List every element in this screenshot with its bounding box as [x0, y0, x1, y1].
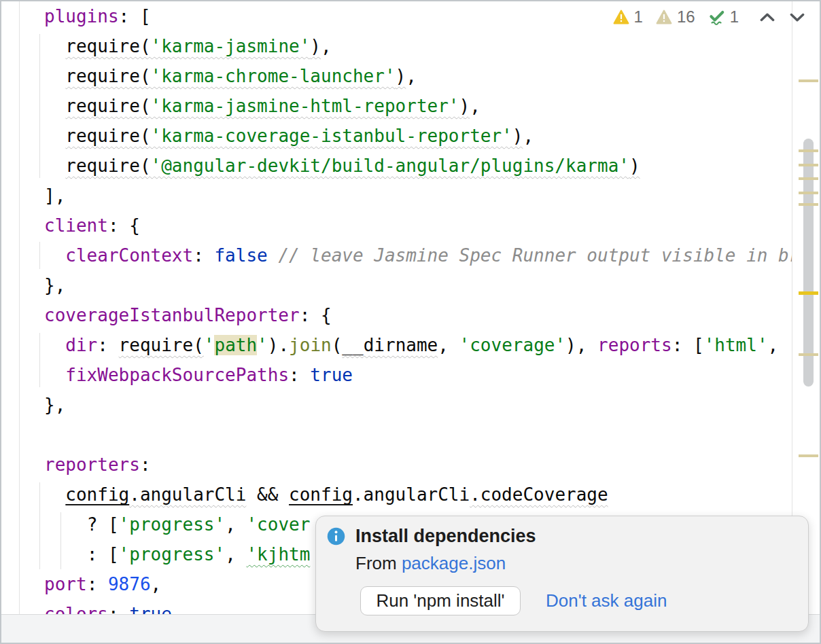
- popup-title: Install dependencies: [355, 526, 536, 547]
- code-line[interactable]: clearContext: false // leave Jasmine Spe…: [44, 240, 792, 270]
- code-line[interactable]: require('@angular-devkit/build-angular/p…: [44, 151, 792, 181]
- stripe-mark-tan[interactable]: [799, 149, 818, 152]
- stripe-mark-tan[interactable]: [799, 203, 818, 206]
- code-line[interactable]: ],: [44, 181, 792, 211]
- warning-icon: [613, 10, 629, 24]
- code-line[interactable]: require('karma-chrome-launcher'),: [44, 61, 792, 91]
- weak-warning-count: 16: [677, 7, 695, 26]
- weak-warning-icon: [656, 10, 672, 24]
- indent-guide: [39, 333, 40, 387]
- code-line[interactable]: [44, 420, 792, 450]
- inspections-ok-icon: [708, 9, 725, 26]
- code-line[interactable]: reporters:: [44, 450, 792, 480]
- previous-problem-button[interactable]: [756, 7, 779, 26]
- popup-from-text: From: [355, 553, 397, 573]
- inspections-ok-indicator[interactable]: 1: [708, 7, 739, 26]
- warning-count: 1: [634, 7, 643, 26]
- indent-guide: [39, 482, 40, 569]
- code-line[interactable]: require('karma-coverage-istanbul-reporte…: [44, 121, 792, 151]
- stripe-mark-tan[interactable]: [799, 79, 818, 82]
- info-icon: [327, 527, 345, 545]
- inspections-ok-count: 1: [730, 7, 739, 26]
- run-npm-install-button[interactable]: Run 'npm install': [360, 586, 521, 615]
- code-line[interactable]: client: {: [44, 211, 792, 240]
- stripe-mark-tan[interactable]: [799, 177, 818, 180]
- code-line[interactable]: },: [44, 390, 792, 420]
- indent-guide: [39, 34, 40, 178]
- code-line[interactable]: require('karma-jasmine'),: [44, 31, 792, 61]
- popup-subtitle: From package.json: [355, 553, 506, 574]
- stripe-mark-tan[interactable]: [799, 353, 818, 356]
- stripe-mark-tan[interactable]: [799, 164, 818, 166]
- stripe-mark-tan[interactable]: [799, 454, 818, 457]
- editor-gutter: [1, 1, 20, 615]
- inspections-widget: 1 16 1: [613, 7, 809, 26]
- ide-window: plugins: [ require('karma-jasmine'), req…: [0, 0, 821, 644]
- chevron-up-icon: [760, 12, 775, 22]
- dont-ask-again-link[interactable]: Don't ask again: [546, 590, 667, 611]
- install-dependencies-popup: Install dependencies From package.json R…: [315, 516, 809, 632]
- chevron-down-icon: [790, 12, 805, 22]
- warnings-indicator[interactable]: 1: [613, 7, 643, 26]
- scrollbar-thumb[interactable]: [803, 139, 814, 387]
- package-json-link[interactable]: package.json: [402, 553, 506, 573]
- indent-guide: [39, 242, 40, 269]
- code-line[interactable]: config.angularCli && config.angularCli.c…: [44, 480, 792, 509]
- code-line[interactable]: },: [44, 270, 792, 300]
- code-line[interactable]: fixWebpackSourcePaths: true: [44, 360, 792, 390]
- code-line[interactable]: require('karma-jasmine-html-reporter'),: [44, 91, 792, 121]
- weak-warnings-indicator[interactable]: 16: [656, 7, 695, 26]
- next-problem-button[interactable]: [786, 7, 809, 26]
- stripe-mark-tan[interactable]: [799, 192, 818, 194]
- code-line[interactable]: coverageIstanbulReporter: {: [44, 300, 792, 330]
- code-line[interactable]: dir: require('path').join(__dirname, 'co…: [44, 330, 792, 360]
- stripe-mark-yellow[interactable]: [799, 291, 818, 295]
